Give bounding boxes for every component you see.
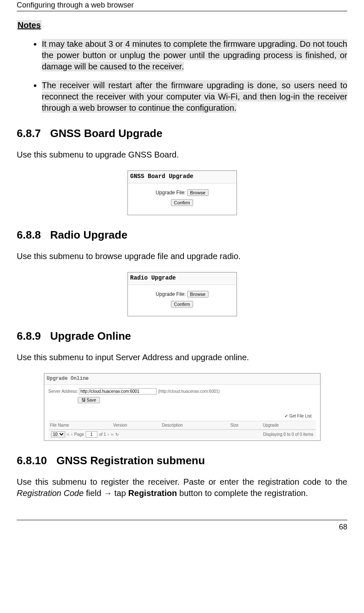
- section-number: 6.8.8: [17, 228, 50, 242]
- col-version: Version: [112, 421, 160, 430]
- running-header: Configuring through a web browser: [17, 0, 347, 11]
- page-size-select[interactable]: 10: [51, 431, 65, 437]
- figure-gnss-upgrade: GNSS Board Upgrade Upgrade File: Browse …: [127, 170, 237, 215]
- section-heading: 6.8.8Radio Upgrade: [17, 228, 347, 242]
- section-title: GNSS Registration submenu: [56, 454, 205, 467]
- page-number: 68: [17, 520, 347, 532]
- browse-button[interactable]: Browse: [187, 189, 209, 196]
- figure-title: GNSS Board Upgrade: [128, 171, 237, 183]
- notes-list: It may take about 3 or 4 minutes to comp…: [17, 38, 347, 114]
- pager-prev-icon[interactable]: ‹‹: [67, 432, 70, 437]
- server-address-hint: (http://cloud.huacenav.com:6001): [158, 389, 220, 394]
- section-title: GNSS Board Upgrade: [50, 127, 163, 140]
- server-address-label: Server Address:: [48, 389, 78, 394]
- section-title: Upgrade Online: [50, 330, 131, 342]
- figure-title: Radio Upgrade: [128, 272, 237, 285]
- text: Use this submenu to register the receive…: [17, 477, 347, 486]
- section-number: 6.8.7: [17, 126, 50, 141]
- note-text: It may take about 3 or 4 minutes to comp…: [42, 39, 347, 71]
- refresh-icon[interactable]: ↻: [115, 432, 119, 437]
- button-name: Registration: [128, 488, 177, 498]
- col-size: Size: [229, 421, 261, 430]
- save-button[interactable]: 🖫 Save: [78, 397, 100, 403]
- page-of: of 1: [99, 432, 106, 437]
- list-item: The receiver will restart after the firm…: [42, 80, 347, 114]
- section-heading: 6.8.9Upgrade Online: [17, 329, 347, 343]
- col-file-name: File Name: [48, 421, 112, 430]
- browse-button[interactable]: Browse: [187, 291, 209, 298]
- pager-next-icon[interactable]: ››: [111, 432, 114, 437]
- upgrade-file-label: Upgrade File:: [155, 291, 186, 297]
- check-icon: ✔: [285, 414, 288, 418]
- section-desc: Use this submenu to upgrade GNSS Board.: [17, 149, 347, 160]
- upgrade-file-label: Upgrade File:: [155, 190, 186, 196]
- confirm-button[interactable]: Confirm: [171, 301, 193, 308]
- notes-heading: Notes: [17, 20, 42, 30]
- section-desc: Use this submenu to register the receive…: [17, 476, 347, 499]
- text: button to complete the registration.: [177, 488, 308, 498]
- pager-next-one-icon[interactable]: ›: [108, 432, 109, 437]
- section-heading: 6.8.7GNSS Board Upgrade: [17, 126, 347, 141]
- pager-prev-one-icon[interactable]: ‹: [71, 432, 72, 437]
- page-input[interactable]: [86, 431, 97, 437]
- server-address-input[interactable]: [79, 388, 157, 394]
- section-title: Radio Upgrade: [50, 229, 127, 241]
- section-number: 6.8.9: [17, 329, 50, 343]
- section-number: 6.8.10: [17, 453, 56, 468]
- section-desc: Use this submenu to browse upgrade file …: [17, 251, 347, 262]
- file-table: File Name Version Description Size Upgra…: [48, 421, 316, 430]
- pager-status: Displaying 0 to 0 of 0 items: [263, 432, 313, 437]
- get-file-list-link[interactable]: Get File List: [289, 414, 311, 418]
- page-label: Page: [74, 432, 84, 437]
- figure-upgrade-online: Upgrade Online Server Address: (http://c…: [44, 373, 321, 441]
- pager: 10 ‹‹ ‹ Page of 1 › ›› ↻ Displaying 0 to…: [48, 430, 316, 439]
- figure-title: Upgrade Online: [44, 374, 320, 385]
- field-name: Registration Code: [17, 488, 84, 498]
- confirm-button[interactable]: Confirm: [171, 199, 193, 206]
- col-upgrade: Upgrade: [261, 421, 316, 430]
- note-text: The receiver will restart after the firm…: [42, 80, 347, 113]
- section-heading: 6.8.10GNSS Registration submenu: [17, 453, 347, 468]
- text: field → tap: [84, 488, 128, 498]
- save-label: Save: [87, 398, 96, 402]
- col-description: Description: [160, 421, 229, 430]
- section-desc: Use this submenu to input Server Address…: [17, 352, 347, 363]
- figure-radio-upgrade: Radio Upgrade Upgrade File: Browse Confi…: [127, 272, 237, 316]
- list-item: It may take about 3 or 4 minutes to comp…: [42, 38, 347, 72]
